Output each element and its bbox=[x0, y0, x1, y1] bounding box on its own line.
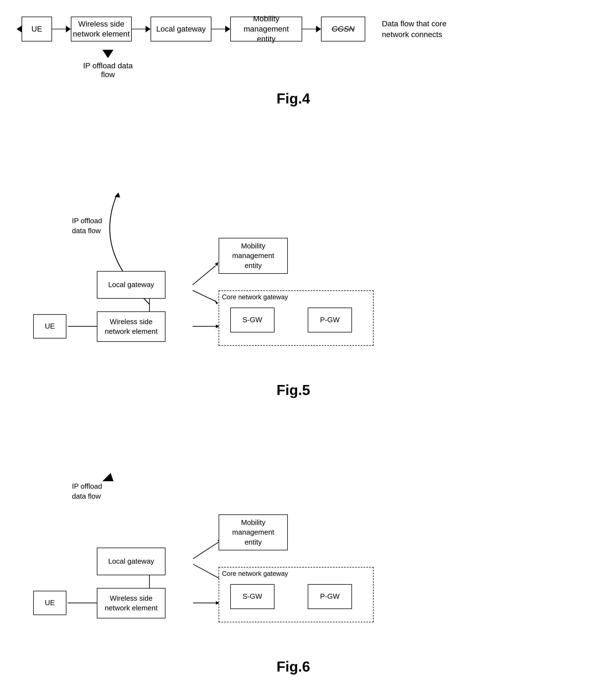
fig5-ue-label: UE bbox=[45, 321, 55, 331]
fig4-ip-offload-arrow bbox=[102, 50, 114, 58]
fig4-ip-offload-label: IP offload data flow bbox=[80, 61, 136, 79]
svg-marker-9 bbox=[215, 300, 218, 304]
fig4-conn1 bbox=[52, 26, 71, 32]
fig5-lgw-box: Local gateway bbox=[97, 271, 166, 299]
fig4-conn3 bbox=[211, 26, 230, 32]
fig5-ip-offload-label: IP offload data flow bbox=[72, 216, 102, 236]
fig4-ggsn-label: GGSN bbox=[332, 24, 355, 34]
fig6-lgw-label: Local gateway bbox=[108, 556, 154, 566]
fig4-wsne-box: Wireless side network element bbox=[71, 17, 132, 42]
fig4-section: UE Wireless side network element Local g… bbox=[17, 17, 570, 107]
page: UE Wireless side network element Local g… bbox=[0, 0, 598, 700]
fig4-wsne-label: Wireless side network element bbox=[73, 19, 129, 39]
fig6-mme-box: Mobility management entity bbox=[219, 515, 288, 550]
fig4-conn4 bbox=[302, 26, 321, 32]
fig4-lgw-label: Local gateway bbox=[156, 24, 206, 34]
svg-marker-7 bbox=[215, 262, 218, 266]
fig4-lgw-box: Local gateway bbox=[150, 17, 211, 42]
fig6-ip-offload-label: IP offload data flow bbox=[72, 481, 102, 501]
svg-line-8 bbox=[193, 291, 216, 301]
fig5-core-gw-dashed: Core network gateway S-GW P-GW bbox=[219, 291, 374, 346]
fig6-wsne-box: Wireless side network element bbox=[97, 588, 166, 618]
svg-line-21 bbox=[193, 564, 219, 578]
fig5-caption: Fig.5 bbox=[17, 382, 570, 398]
fig4-mme-box: Mobility management entity bbox=[230, 17, 302, 42]
fig6-sgw-label: S-GW bbox=[243, 592, 262, 601]
fig6-caption: Fig.6 bbox=[17, 658, 570, 675]
svg-line-19 bbox=[193, 542, 219, 559]
svg-line-6 bbox=[193, 266, 216, 285]
fig5-lgw-label: Local gateway bbox=[108, 280, 154, 290]
fig4-ggsn-box: GGSN bbox=[321, 17, 365, 42]
fig6-ue-box: UE bbox=[33, 591, 66, 615]
fig6-core-gw-dashed: Core network gateway S-GW P-GW bbox=[219, 567, 374, 622]
fig4-left-arrow bbox=[17, 26, 22, 32]
fig4-mme-label: Mobility management entity bbox=[243, 14, 289, 44]
fig6-section: IP offload data flow UE Wireless side ne… bbox=[17, 437, 570, 675]
fig6-core-gw-label: Core network gateway bbox=[222, 570, 288, 577]
fig4-ue-box: UE bbox=[22, 17, 52, 42]
fig5-ue-box: UE bbox=[33, 314, 66, 339]
fig5-core-gw-label: Core network gateway bbox=[222, 293, 288, 301]
fig4-conn2 bbox=[132, 26, 150, 32]
fig4-ue-label: UE bbox=[31, 24, 42, 34]
fig5-section: IP offload data flow UE Wireless side ne… bbox=[17, 160, 570, 398]
fig6-pgw-label: P-GW bbox=[320, 592, 340, 601]
fig6-mme-label: Mobility management entity bbox=[232, 518, 274, 547]
fig6-ue-label: UE bbox=[45, 598, 55, 608]
svg-marker-12 bbox=[115, 193, 120, 198]
fig6-sgw-box: S-GW bbox=[230, 584, 274, 609]
fig5-sgw-box: S-GW bbox=[230, 307, 274, 332]
fig6-lgw-box: Local gateway bbox=[97, 548, 166, 575]
fig6-pgw-box: P-GW bbox=[308, 584, 352, 609]
svg-marker-25 bbox=[102, 473, 114, 481]
fig6-wsne-label: Wireless side network element bbox=[105, 594, 158, 613]
fig5-mme-label: Mobility management entity bbox=[232, 241, 274, 270]
fig5-mme-box: Mobility management entity bbox=[219, 238, 288, 274]
fig5-wsne-label: Wireless side network element bbox=[105, 317, 158, 336]
fig5-wsne-box: Wireless side network element bbox=[97, 311, 166, 342]
fig5-pgw-box: P-GW bbox=[308, 307, 352, 332]
fig5-sgw-label: S-GW bbox=[243, 315, 262, 325]
fig5-pgw-label: P-GW bbox=[320, 315, 340, 325]
fig4-caption: Fig.4 bbox=[17, 90, 570, 107]
fig4-legend-label: Data flow that core network connects bbox=[382, 18, 451, 40]
